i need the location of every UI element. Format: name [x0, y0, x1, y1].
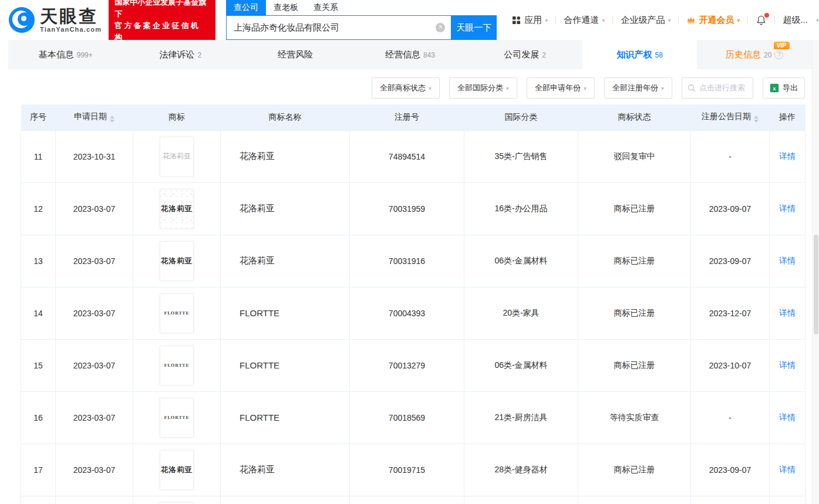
sort-icon[interactable]: [110, 116, 114, 123]
table-row: 14 2023-03-07 FLORTTE FLORTTE 70004393 2…: [21, 287, 805, 339]
menu-apps[interactable]: 应用 ▾: [512, 15, 548, 26]
table-search-input[interactable]: 点击进行搜索: [682, 77, 753, 99]
detail-link[interactable]: 详情: [779, 412, 796, 422]
help-icon[interactable]: ?: [774, 50, 783, 59]
nav-tab-intellectual-property[interactable]: 知识产权 58: [582, 40, 697, 69]
excel-icon: x: [770, 83, 779, 93]
trademark-image[interactable]: 花洛莉亚: [160, 137, 194, 177]
filter-apply-year[interactable]: 全部申请年份 ▾: [527, 77, 595, 99]
table-row: 16 2023-03-07 FLORTTE FLORTTE 70018569 2…: [21, 391, 805, 444]
filter-intl-class[interactable]: 全部国际分类 ▾: [449, 77, 517, 99]
sort-icon[interactable]: [754, 116, 759, 123]
vip-badge: VIP: [774, 42, 790, 49]
cell-mark-name: FLORTTE: [221, 287, 350, 339]
cell-status: [578, 496, 691, 504]
search-button[interactable]: 天眼一下: [451, 15, 497, 40]
cell-apply-date: 2023-03-07: [56, 339, 133, 391]
divider: [678, 16, 679, 24]
filter-label: 全部国际分类: [457, 83, 503, 93]
menu-open-vip[interactable]: 开通会员 ▾: [686, 15, 740, 26]
cell-status: 商标已注册: [578, 444, 691, 496]
menu-enterprise[interactable]: 企业级产品 ▾: [621, 15, 670, 26]
nav-tab-legal[interactable]: 法律诉讼 2: [123, 40, 238, 69]
brand-name-en: TianYanCha.com: [40, 26, 102, 33]
cell-action: 详情: [770, 339, 805, 391]
brand-logo[interactable]: 天眼查 TianYanCha.com: [8, 6, 102, 33]
detail-link[interactable]: 详情: [779, 360, 796, 370]
crown-icon: [686, 15, 696, 25]
trademark-panel: 全部商标状态 ▾ 全部国际分类 ▾ 全部申请年份 ▾ 全部注册年份 ▾ 点击进行: [0, 69, 812, 504]
nav-tab-label: 历史信息: [726, 49, 761, 60]
chevron-down-icon: ▾: [661, 85, 664, 92]
trademark-image[interactable]: 花洛莉亚: [160, 241, 194, 281]
nav-tab-history[interactable]: VIP 历史信息 20 ?: [697, 40, 812, 69]
cell-index: 12: [21, 182, 56, 235]
detail-link[interactable]: 详情: [779, 308, 796, 317]
cell-index: [21, 496, 56, 504]
scrollbar-thumb[interactable]: [814, 235, 818, 334]
cell-reg-no: 70031916: [350, 235, 464, 287]
nav-tab-label: 经营风险: [278, 49, 313, 60]
search-tab-company[interactable]: 查公司: [226, 0, 266, 15]
trademark-image[interactable]: FLORTTE: [160, 346, 194, 385]
chevron-down-icon: ▾: [429, 85, 432, 92]
export-button[interactable]: x 导出: [763, 77, 805, 99]
trademark-image[interactable]: FLORTTE: [160, 398, 194, 438]
cell-mark: FLORTTE: [133, 339, 221, 391]
cell-mark-name: FLORTTE: [221, 339, 350, 391]
filter-label: 全部商标状态: [380, 83, 426, 93]
filter-label: 全部申请年份: [535, 83, 581, 93]
menu-cooperation[interactable]: 合作通道 ▾: [564, 15, 605, 26]
filter-register-year[interactable]: 全部注册年份 ▾: [604, 77, 672, 99]
trademark-image[interactable]: [160, 502, 194, 504]
col-apply-date[interactable]: 申请日期: [56, 104, 133, 130]
divider: [555, 16, 556, 24]
cell-pub-date: -: [691, 130, 770, 182]
col-pub-date[interactable]: 注册公告日期: [691, 104, 770, 130]
cell-status: 驳回复审中: [578, 130, 691, 182]
header-menu: 应用 ▾ 合作通道 ▾ 企业级产品 ▾ 开通会员 ▾: [512, 15, 819, 26]
search-tab-relation[interactable]: 查关系: [306, 0, 346, 15]
nav-tab-basic-info[interactable]: 基本信息 999+: [8, 40, 123, 69]
menu-cooperation-label: 合作通道: [564, 15, 599, 26]
cell-action: 详情: [770, 130, 805, 182]
cell-intl-class: 16类-办公用品: [464, 182, 578, 235]
col-intl-class: 国际分类: [464, 104, 578, 130]
notification-dot: [764, 13, 769, 18]
col-index: 序号: [21, 104, 56, 130]
filter-trademark-status[interactable]: 全部商标状态 ▾: [372, 77, 440, 99]
col-mark: 商标: [133, 104, 221, 130]
detail-link[interactable]: 详情: [779, 151, 796, 161]
table-header-row: 序号 申请日期 商标 商标名称 注册号 国际分类 商标状态 注册公告日期 操作: [21, 104, 805, 130]
cell-pub-date: 2023-09-07: [691, 235, 770, 287]
page-scrollbar[interactable]: [812, 40, 819, 504]
cell-mark-name: 花洛莉亚: [221, 444, 350, 496]
menu-super[interactable]: 超级... ▾: [783, 15, 819, 26]
detail-link[interactable]: 详情: [779, 256, 796, 265]
trademark-image[interactable]: 花洛莉亚: [160, 189, 194, 229]
menu-enterprise-label: 企业级产品: [621, 15, 665, 26]
chevron-down-icon: ▾: [545, 17, 548, 23]
cell-intl-class: [464, 496, 578, 504]
cell-index: 11: [21, 130, 56, 182]
detail-link[interactable]: 详情: [779, 465, 796, 474]
trademark-table: 序号 申请日期 商标 商标名称 注册号 国际分类 商标状态 注册公告日期 操作 …: [21, 104, 805, 504]
trademark-image[interactable]: 花洛莉亚: [160, 450, 194, 490]
search-input[interactable]: [226, 15, 451, 40]
notifications-button[interactable]: [756, 15, 767, 26]
table-row-partial: [21, 496, 805, 504]
cell-mark: 花洛莉亚: [133, 444, 221, 496]
cell-reg-no: 70004393: [350, 287, 464, 339]
filter-label: 全部注册年份: [612, 83, 658, 93]
search-tab-boss[interactable]: 查老板: [266, 0, 306, 15]
trademark-image[interactable]: FLORTTE: [160, 293, 194, 333]
nav-tab-risk[interactable]: 经营风险: [238, 40, 353, 69]
cell-reg-no: 70019715: [350, 444, 464, 496]
detail-link[interactable]: 详情: [779, 204, 796, 213]
cell-intl-class: 35类-广告销售: [464, 130, 578, 182]
nav-tab-business-info[interactable]: 经营信息 843: [353, 40, 468, 69]
nav-tab-development[interactable]: 公司发展 2: [467, 40, 582, 69]
search-row: × 天眼一下: [226, 15, 497, 40]
brand-name-cn: 天眼查: [40, 8, 102, 25]
cell-mark-name: [221, 496, 350, 504]
